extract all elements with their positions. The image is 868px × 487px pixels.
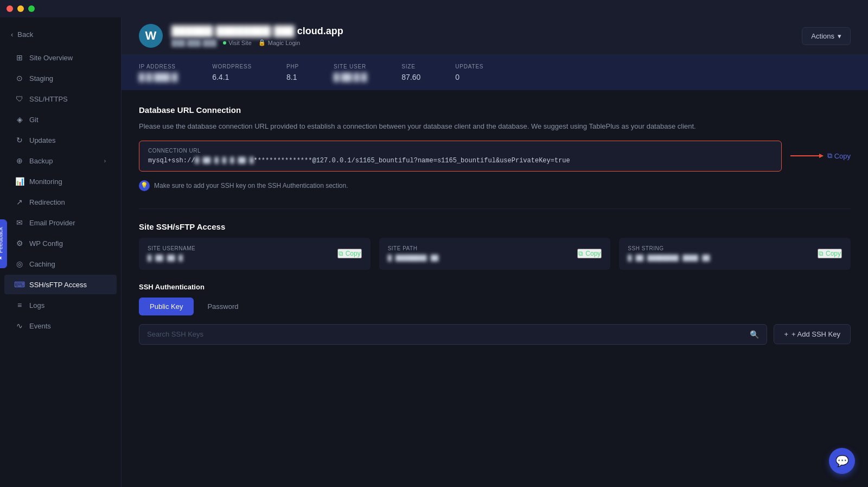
sidebar-item-wp-config[interactable]: ⚙ WP Config [4,233,117,253]
monitoring-icon: 📊 [15,177,24,186]
auth-tabs: Public Key Password [139,298,851,315]
caching-icon: ◎ [15,260,24,268]
path-copy-button[interactable]: ⧉ Copy [577,249,602,258]
stat-size-label: SIZE [401,64,420,69]
stat-ip: IP ADDRESS █ █ ███ █ [139,64,177,81]
site-name-suffix: cloud.app [297,26,343,36]
sidebar-item-email-provider[interactable]: ✉ Email Provider [4,213,117,232]
ssh-path-label: Site Path [388,245,439,251]
magic-login-label: Magic Login [268,40,300,46]
copy-arrow-area: ⧉ Copy [790,151,851,160]
staging-icon: ⊙ [15,74,24,83]
stat-user-value: █ ██ █ █ [334,73,367,81]
sidebar-item-logs[interactable]: ≡ Logs [4,295,117,315]
ssh-string-copy-button[interactable]: ⧉ Copy [818,249,842,258]
stat-updates: UPDATES 0 [455,64,483,81]
stat-updates-value: 0 [455,73,483,81]
actions-chevron-icon: ▾ [838,32,841,40]
sidebar-label-events: Events [29,322,51,330]
ssh-fields: Site Username █ ██ ██ █ ⧉ Copy Site Path… [139,238,851,270]
sidebar-item-backup[interactable]: ⊕ Backup › [4,151,117,170]
ssh-string-content: SSH String █ ██ ████████ ████ ██ [628,245,710,262]
redirection-icon: ↗ [15,198,24,206]
username-copy-icon: ⧉ [339,250,343,257]
titlebar-minimize[interactable] [17,5,24,12]
feedback-tab[interactable]: ★ Feedback [0,219,7,268]
ssh-username-content: Site Username █ ██ ██ █ [148,245,195,262]
sidebar-label-staging: Staging [29,74,53,83]
sidebar-item-ssl[interactable]: 🛡 SSL/HTTPS [4,89,117,109]
ssh-username-label: Site Username [148,245,195,251]
sidebar-label-site-overview: Site Overview [29,54,73,62]
titlebar-close[interactable] [7,5,13,12]
chat-button[interactable]: 💬 [829,448,855,474]
sidebar-item-git[interactable]: ◈ Git [4,110,117,129]
search-input[interactable] [147,330,745,338]
sidebar: ‹ Back ⊞ Site Overview ⊙ Staging 🛡 SSL/H… [0,17,122,487]
sidebar-item-updates[interactable]: ↻ Updates [4,130,117,150]
sidebar-item-events[interactable]: ∿ Events [4,316,117,336]
copy-label: Copy [834,152,851,160]
back-button[interactable]: ‹ Back [0,26,121,47]
sidebar-item-ssh[interactable]: ⌨ SSH/sFTP Access [4,275,117,294]
ssl-icon: 🛡 [15,94,24,103]
site-info: ██████ ████████ ███ cloud.app ███.███.██… [171,26,343,47]
stat-ip-label: IP ADDRESS [139,64,177,69]
sidebar-item-monitoring[interactable]: 📊 Monitoring [4,172,117,191]
site-title: ██████ ████████ ███ cloud.app [171,26,343,37]
connection-url-box: Connection URL mysql+ssh://█ ██ █ █ █ ██… [139,141,782,172]
sidebar-label-backup: Backup [29,157,53,165]
stat-user-label: SITE USER [334,64,367,69]
sidebar-label-git: Git [29,116,39,124]
stat-php: PHP 8.1 [286,64,299,81]
username-copy-button[interactable]: ⧉ Copy [337,249,362,258]
add-key-label: + Add SSH Key [792,330,840,338]
sidebar-item-staging[interactable]: ⊙ Staging [4,68,117,88]
conn-url-suffix: ***************@127.0.0.1/s1165_bountifu… [253,157,570,165]
back-arrow-icon: ‹ [11,30,13,39]
stats-bar: IP ADDRESS █ █ ███ █ WORDPRESS 6.4.1 PHP… [122,55,868,90]
sidebar-label-ssh: SSH/sFTP Access [29,281,87,289]
back-label: Back [17,30,33,39]
backup-chevron-icon: › [104,158,106,164]
ssh-username-value: █ ██ ██ █ [148,255,195,262]
app-container: ‹ Back ⊞ Site Overview ⊙ Staging 🛡 SSL/H… [0,17,868,487]
sidebar-item-caching[interactable]: ◎ Caching [4,254,117,274]
sidebar-item-site-overview[interactable]: ⊞ Site Overview [4,48,117,67]
ssh-path-content: Site Path █ ████████ ██ [388,245,439,262]
ssh-path-field: Site Path █ ████████ ██ ⧉ Copy [379,238,611,270]
add-ssh-key-button[interactable]: + + Add SSH Key [774,324,851,344]
actions-button[interactable]: Actions ▾ [802,27,851,45]
search-icon: 🔍 [750,330,759,339]
site-meta: ███.███.███ Visit Site 🔒 Magic Login [171,39,343,47]
conn-url-blurred: █ ██ █ █ █ ██ █ [195,157,253,165]
sidebar-label-caching: Caching [29,260,55,268]
connection-url-copy-button[interactable]: ⧉ Copy [827,151,851,160]
sidebar-item-redirection[interactable]: ↗ Redirection [4,192,117,212]
ssh-section-title: Site SSH/sFTP Access [139,222,851,231]
site-header-left: W ██████ ████████ ███ cloud.app ███.███.… [139,24,343,48]
site-header: W ██████ ████████ ███ cloud.app ███.███.… [122,17,868,55]
arrow-decoration [790,155,823,156]
stat-size-value: 87.60 [401,73,420,81]
ip-value: ███.███.███ [171,39,216,47]
stat-wp-value: 6.4.1 [212,73,252,81]
tab-password[interactable]: Password [196,298,250,315]
ssh-icon: ⌨ [15,280,24,289]
stat-ip-value: █ █ ███ █ [139,73,177,81]
tab-public-key[interactable]: Public Key [139,298,194,315]
username-copy-label: Copy [346,250,361,257]
lock-icon: 🔒 [258,39,266,46]
sidebar-label-wp-config: WP Config [29,239,63,248]
path-copy-label: Copy [585,250,601,257]
titlebar-maximize[interactable] [28,5,35,12]
visit-site-meta[interactable]: Visit Site [223,40,252,46]
add-key-icon: + [784,330,788,338]
magic-login-meta[interactable]: 🔒 Magic Login [258,39,300,46]
auth-section-title: SSH Authentication [139,283,851,291]
stat-site-user: SITE USER █ ██ █ █ [334,64,367,81]
ssh-string-label: SSH String [628,245,710,251]
stat-php-label: PHP [286,64,299,69]
database-section-title: Database URL Connection [139,105,851,115]
public-key-tab-label: Public Key [150,302,183,311]
